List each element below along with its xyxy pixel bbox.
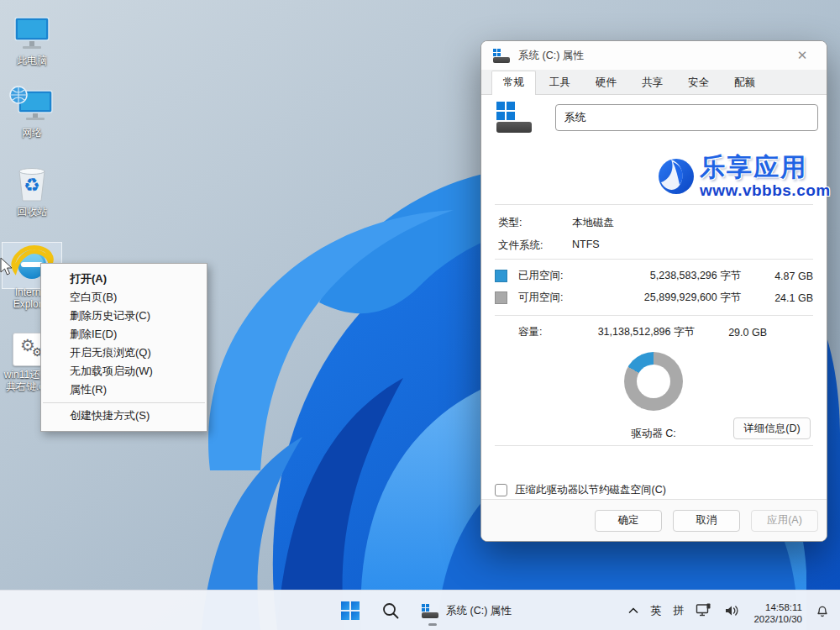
watermark: 乐享应用 www.vbbbs.com <box>658 154 831 200</box>
taskbar-window-label: 系统 (C:) 属性 <box>446 604 512 618</box>
details-button[interactable]: 详细信息(D) <box>733 417 811 439</box>
watermark-url: www.vbbbs.com <box>700 181 831 200</box>
filesystem-row: 文件系统: NTFS <box>498 239 543 253</box>
used-space-swatch <box>495 270 507 282</box>
tray-overflow-button[interactable] <box>622 594 644 627</box>
ie-context-menu: 打开(A) 空白页(B) 删除历史记录(C) 删除IE(D) 开启无痕浏览(Q)… <box>40 263 207 432</box>
separator <box>495 315 813 316</box>
watermark-title: 乐享应用 <box>700 154 831 181</box>
drive-caption: 驱动器 C: <box>612 427 696 441</box>
separator <box>495 259 813 260</box>
tab-hardware[interactable]: 硬件 <box>584 71 628 95</box>
menu-item-open[interactable]: 打开(A) <box>41 270 207 288</box>
bell-icon <box>815 603 830 618</box>
type-row: 类型: 本地磁盘 <box>498 216 522 230</box>
search-button[interactable] <box>376 594 405 627</box>
network-tray-button[interactable] <box>690 594 718 627</box>
desktop-icon-this-pc[interactable]: 此电脑 <box>0 12 64 66</box>
taskbar-clock[interactable]: 14:58:11 2023/10/30 <box>747 594 809 627</box>
windows-logo-icon <box>341 601 360 620</box>
taskbar: 系统 (C:) 属性 英 拼 <box>0 590 840 630</box>
capacity-size: 29.0 GB <box>695 327 767 339</box>
chevron-up-icon <box>628 607 638 614</box>
volume-tray-button[interactable] <box>718 594 747 627</box>
watermark-logo-icon <box>658 154 696 197</box>
used-bytes: 5,238,583,296 字节 <box>619 269 742 283</box>
dialog-tabstrip: 常规 工具 硬件 共享 安全 配额 <box>481 70 827 95</box>
volume-label-input[interactable] <box>555 104 818 131</box>
drive-icon <box>493 49 510 63</box>
tab-general[interactable]: 常规 <box>491 71 536 95</box>
mouse-cursor <box>0 257 13 277</box>
disk-usage-donut <box>624 352 683 411</box>
menu-separator <box>43 402 205 403</box>
notification-center-button[interactable] <box>809 594 840 627</box>
network-icon <box>696 603 712 618</box>
clock-time: 14:58:11 <box>753 601 802 613</box>
taskbar-window-button[interactable]: 系统 (C:) 属性 <box>417 594 517 627</box>
clock-date: 2023/10/30 <box>753 613 802 625</box>
icon-label: 回收站 <box>0 206 64 218</box>
used-space-row: 已用空间: 5,238,583,296 字节 4.87 GB <box>495 269 813 283</box>
speaker-icon <box>724 604 741 617</box>
ime-language-button[interactable]: 英 <box>644 594 667 627</box>
filesystem-value: NTFS <box>572 239 600 250</box>
tab-security[interactable]: 安全 <box>676 71 721 95</box>
cancel-button[interactable]: 取消 <box>673 510 740 532</box>
svg-text:♻: ♻ <box>24 175 40 196</box>
start-button[interactable] <box>336 594 365 627</box>
this-pc-icon <box>0 12 64 52</box>
ime-pinyin-button[interactable]: 拼 <box>667 594 690 627</box>
compress-checkbox-row[interactable]: 压缩此驱动器以节约磁盘空间(C) <box>495 483 666 497</box>
menu-item-delete-history[interactable]: 删除历史记录(C) <box>41 307 207 325</box>
close-icon[interactable]: ✕ <box>790 45 815 66</box>
menu-item-inprivate[interactable]: 开启无痕浏览(Q) <box>41 344 207 362</box>
separator <box>495 445 813 446</box>
search-icon <box>381 601 400 620</box>
free-size: 24.1 GB <box>741 292 813 304</box>
menu-item-create-shortcut[interactable]: 创建快捷方式(S) <box>41 407 207 425</box>
free-space-swatch <box>495 291 507 304</box>
separator <box>495 204 813 205</box>
icon-label: 此电脑 <box>0 55 64 66</box>
dialog-title: 系统 (C:) 属性 <box>518 49 790 63</box>
menu-item-properties[interactable]: 属性(R) <box>41 381 207 399</box>
menu-item-delete-ie[interactable]: 删除IE(D) <box>41 325 207 344</box>
free-space-row: 可用空间: 25,899,929,600 字节 24.1 GB <box>495 291 813 305</box>
compress-checkbox-label: 压缩此驱动器以节约磁盘空间(C) <box>515 483 666 497</box>
dialog-titlebar[interactable]: 系统 (C:) 属性 ✕ <box>481 41 827 70</box>
drive-icon-large <box>496 102 532 134</box>
capacity-bytes: 31,138,512,896 字节 <box>572 325 695 339</box>
menu-item-no-addons[interactable]: 无加载项启动(W) <box>41 362 207 381</box>
network-icon <box>0 84 64 124</box>
tab-tools[interactable]: 工具 <box>538 71 582 95</box>
desktop-icon-recycle-bin[interactable]: ♻ 回收站 <box>0 163 64 218</box>
compress-checkbox[interactable] <box>495 484 507 496</box>
desktop: 此电脑 网络 ♻ 回收站 <box>0 0 840 630</box>
free-bytes: 25,899,929,600 字节 <box>619 291 742 305</box>
type-value: 本地磁盘 <box>572 216 614 230</box>
ok-button[interactable]: 确定 <box>595 510 662 532</box>
tab-sharing[interactable]: 共享 <box>630 71 675 95</box>
desktop-icon-network[interactable]: 网络 <box>0 84 64 139</box>
drive-properties-dialog: 系统 (C:) 属性 ✕ 常规 工具 硬件 共享 安全 配额 类型: 本地磁盘 <box>480 40 827 542</box>
capacity-row: 容量: 31,138,512,896 字节 29.0 GB <box>495 325 813 339</box>
icon-label: 网络 <box>0 127 64 139</box>
recycle-bin-icon: ♻ <box>0 163 64 203</box>
tab-quota[interactable]: 配额 <box>722 71 767 95</box>
menu-item-blank-page[interactable]: 空白页(B) <box>41 288 207 307</box>
used-size: 4.87 GB <box>741 270 813 282</box>
active-window-indicator <box>428 623 437 626</box>
drive-icon <box>422 604 438 618</box>
apply-button[interactable]: 应用(A) <box>751 510 818 532</box>
dialog-footer: 确定 取消 应用(A) <box>481 499 827 541</box>
